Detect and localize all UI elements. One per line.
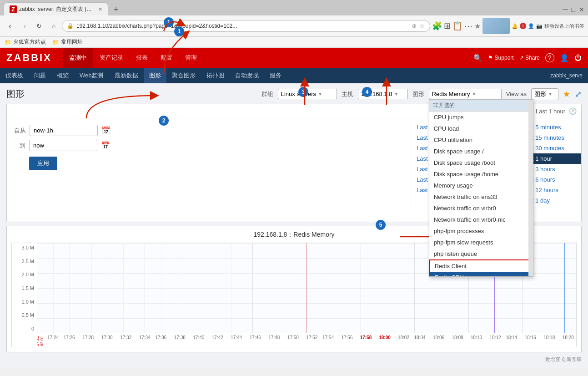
address-text: 192.168.1.10/zabbix/charts.php?page=1&gr…	[76, 23, 409, 29]
x-tick-1746: 17:46	[250, 335, 261, 340]
nav-admin[interactable]: 管理	[179, 48, 203, 68]
apply-button[interactable]: 应用	[29, 157, 57, 170]
sidebar-icon[interactable]: ⊞	[444, 21, 451, 31]
reader-icon[interactable]: 📋	[452, 21, 462, 31]
search-icon[interactable]: 🔍	[473, 54, 482, 62]
zabbix-header: ZABBIX 监测中 资产记录 报表 配置 管理 🔍 ⚑ Support ↗ S…	[0, 48, 588, 68]
forward-button[interactable]: ›	[18, 20, 31, 32]
x-tick-1818: 18:18	[543, 335, 555, 340]
view-as-select[interactable]: 图形 ▼	[531, 88, 558, 100]
subnav-graphs[interactable]: 图形	[144, 68, 166, 83]
minimize-icon[interactable]: ─	[563, 5, 568, 14]
user-icon[interactable]: 👤	[560, 54, 569, 62]
dropdown-item-cpu-jumps[interactable]: CPU jumps	[429, 112, 533, 123]
folder-icon-2: 📁	[52, 39, 59, 46]
nav-assets[interactable]: 资产记录	[93, 48, 130, 68]
account-area: 🔔1 👤 📷 移动设备上的书签	[512, 23, 584, 30]
extensions-icon[interactable]: 🧩	[432, 21, 442, 31]
subnav-overview[interactable]: 概览	[51, 68, 74, 83]
subnav-dashboard[interactable]: 仪表板	[0, 68, 29, 83]
maximize-icon[interactable]: □	[572, 6, 575, 13]
dropdown-item-net2[interactable]: Network traffic on virbr0	[429, 203, 533, 214]
nav-config[interactable]: 配置	[154, 48, 179, 68]
address-bar[interactable]: 🔒 192.168.1.10/zabbix/charts.php?page=1&…	[62, 20, 430, 32]
x-tick-1730: 17:30	[101, 335, 113, 340]
favorite-star-button[interactable]: ★	[563, 89, 570, 99]
dropdown-item-cpu-load[interactable]: CPU load	[429, 123, 533, 134]
dropdown-item-disk2[interactable]: Disk space usage /boot	[429, 157, 533, 168]
close-window-icon[interactable]: ✕	[579, 6, 584, 13]
nav-reports[interactable]: 报表	[130, 48, 154, 68]
dropdown-item-cpu-util[interactable]: CPU utilization	[429, 134, 533, 146]
dropdown-item-net3[interactable]: Network traffic on virbr0-nic	[429, 214, 533, 225]
page-header-row: 图形 群组 Linux servers ▼ 主机 192.168.1.8 ▼ 图…	[6, 88, 582, 100]
logout-icon[interactable]: ⏻	[574, 54, 582, 62]
home-button[interactable]: ⌂	[47, 20, 60, 32]
dropdown-item-memory[interactable]: Memory usage	[429, 180, 533, 191]
search-engines-icon[interactable]: ⊕	[412, 23, 417, 29]
tab-close-icon[interactable]: ✕	[98, 6, 102, 12]
more-icon[interactable]: ⋯	[464, 21, 472, 31]
subnav-latest[interactable]: 最新数据	[109, 68, 144, 83]
host-chevron-icon: ▼	[394, 91, 398, 97]
bookmarks-bar: 📁 火狐官方站点 📁 常用网址	[0, 37, 588, 48]
browser-controls-right: ─ □ ✕	[563, 5, 584, 15]
subnav-problems[interactable]: 问题	[29, 68, 51, 83]
footer-brand: 近念宜 创新互联	[545, 356, 582, 363]
x-tick-1816: 18:16	[525, 335, 536, 340]
support-link[interactable]: ⚑ Support	[488, 55, 513, 61]
dropdown-item-phpfpm[interactable]: php-fpm processes	[429, 225, 533, 237]
bookmark-firefox[interactable]: 📁 火狐官方站点	[5, 38, 46, 46]
x-tick-1804: 18:04	[414, 335, 426, 340]
x-tick-1820: 18:20	[563, 335, 574, 340]
x-tick-1806: 18:06	[433, 335, 444, 340]
subnav-aggregate[interactable]: 聚合图形	[166, 68, 201, 83]
tab-z-icon: Z	[10, 5, 17, 13]
vgrid-5	[123, 243, 124, 333]
vgrid-13	[361, 243, 361, 333]
dropdown-item-phpfpm-slow[interactable]: php-fpm slow requests	[429, 237, 533, 248]
from-label: 自从	[14, 127, 26, 135]
x-axis-ticks: 17:2102:01 17:24 17:26 17:28 17:30 17:32…	[37, 333, 576, 347]
share-link[interactable]: ↗ Share	[519, 55, 540, 61]
x-tick-1740: 17:40	[193, 335, 204, 340]
dropdown-item-net1[interactable]: Network traffic on ens33	[429, 191, 533, 203]
from-input[interactable]	[30, 125, 98, 136]
to-calendar-icon[interactable]: 📅	[101, 141, 110, 150]
bookmark-star-icon[interactable]: ☆	[419, 22, 425, 30]
dropdown-item-phplisten[interactable]: php listen queue	[429, 248, 533, 259]
x-tick-1748: 17:48	[268, 335, 280, 340]
tab-title: zabbix_server: 自定义图表 [图...	[19, 5, 96, 13]
dropdown-item-disk1[interactable]: Disk space usage /	[429, 146, 533, 157]
nav-monitoring[interactable]: 监测中	[63, 48, 93, 68]
dropdown-item-disk3[interactable]: Disk space usage /home	[429, 168, 533, 180]
bookmark-common[interactable]: 📁 常用网址	[52, 38, 83, 46]
help-icon[interactable]: ?	[545, 53, 554, 62]
graph-filter-dropdown[interactable]: Redis Memory ▼ 非开选的 CPU jumps CPU load C…	[429, 89, 502, 99]
favorite-icon[interactable]: ★	[474, 22, 481, 30]
kiosk-expand-button[interactable]: ⤢	[575, 89, 582, 99]
subnav-web[interactable]: Web监测	[74, 68, 109, 83]
group-filter-select[interactable]: Linux servers ▼	[278, 89, 337, 99]
to-input[interactable]	[29, 140, 97, 151]
vgrid-9	[199, 243, 199, 333]
dropdown-item-redis-client[interactable]: Redis Client	[429, 259, 533, 272]
dropdown-scrollbar[interactable]	[528, 100, 533, 276]
vgrid-14	[414, 243, 415, 333]
reload-button[interactable]: ↻	[33, 20, 45, 32]
subnav-discovery[interactable]: 自动发现	[230, 68, 264, 83]
vgrid-11	[252, 243, 253, 333]
x-tick-start: 17:2102:01	[37, 336, 44, 346]
new-tab-button[interactable]: +	[109, 4, 123, 15]
host-filter-select[interactable]: 192.168.1.8 ▼	[358, 89, 408, 99]
y-label-3: 1.5 M	[21, 285, 34, 291]
back-button[interactable]: ‹	[4, 20, 16, 32]
from-calendar-icon[interactable]: 📅	[101, 126, 111, 135]
graph-select-trigger[interactable]: Redis Memory ▼	[429, 89, 502, 99]
dropdown-item-redis-cpu[interactable]: Redis CPU	[429, 272, 533, 277]
vgrid-8	[177, 243, 177, 333]
subnav-topology[interactable]: 拓扑图	[201, 68, 230, 83]
x-tick-1726: 17:26	[64, 335, 75, 340]
subnav-services[interactable]: 服务	[264, 68, 287, 83]
active-tab[interactable]: Z zabbix_server: 自定义图表 [图... ✕	[4, 2, 108, 15]
